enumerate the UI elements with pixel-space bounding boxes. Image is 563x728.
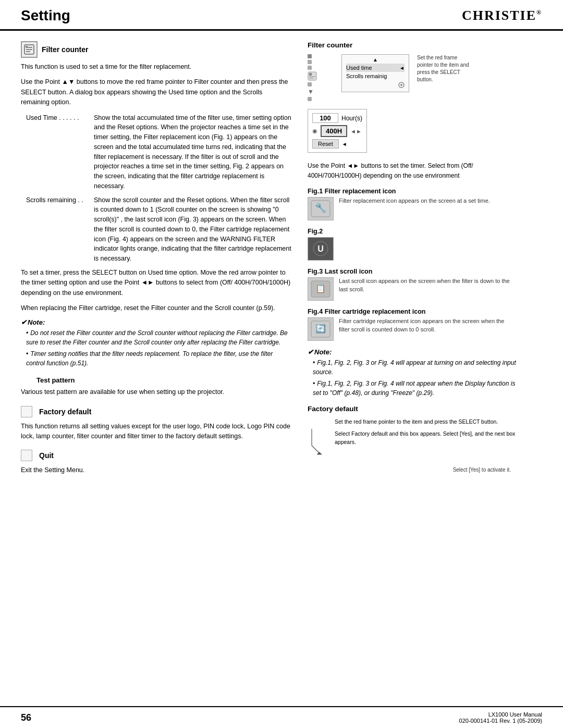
fig3-item: Fig.3 Last scroll icon 📋 Last scroll ico… [308, 268, 516, 301]
factory-pointer-caption: Set the red frame pointer to the item an… [335, 418, 516, 426]
factory-default-body: This function returns all setting values… [21, 422, 292, 442]
footer-page-number: 56 [21, 712, 31, 723]
proj-dot-1 [308, 54, 312, 58]
test-pattern-section: Test pattern Various test pattern are av… [21, 376, 292, 397]
quit-heading: Quit [21, 450, 292, 461]
filter-menu-box: ▲ Used time ◄ Scrolls remainig [341, 54, 409, 92]
note-item-1: Timer setting notifies that the filter n… [26, 349, 292, 368]
svg-point-10 [400, 84, 402, 86]
page-footer: 56 LX1000 User Manual 020-000141-01 Rev.… [0, 706, 563, 728]
fig1-caption: Filter replacement icon appears on the s… [339, 197, 490, 205]
timer-selected-row: ◉ 400H ◄► [312, 124, 362, 138]
filter-counter-right-title: Filter counter [308, 41, 516, 49]
factory-box-caption: Select Factory default and this box appe… [335, 430, 516, 446]
left-column: Filter counter This function is used to … [21, 41, 292, 481]
factory-captions: Set the red frame pointer to the item an… [335, 418, 516, 446]
factory-pointer-svg [308, 421, 328, 462]
timer-reset-btn: Reset [312, 139, 339, 149]
quit-title: Quit [39, 451, 54, 460]
filter-counter-heading: Filter counter [21, 41, 292, 58]
used-time-label: Used time [346, 65, 372, 71]
timer-hours-label: Hour(s) [341, 115, 362, 122]
fig4-item: Fig.4 Filter cartridge replacement icon … [308, 308, 516, 341]
def-used-time: Used Time . . . . . . Show the total acc… [26, 113, 292, 191]
factory-default-right: Factory default Set the red frame pointe… [308, 405, 516, 474]
svg-marker-21 [317, 452, 322, 455]
def-scrolls-remaining: Scrolls remaining . . Show the scroll co… [26, 195, 292, 264]
filter-note-title: Note: [21, 318, 292, 326]
factory-default-right-title: Factory default [308, 405, 516, 413]
replace-instruction: When replacing the Filter cartridge, res… [21, 303, 292, 313]
page-header: Setting CHRISTIE® [0, 0, 563, 31]
proj-dot-2 [308, 60, 312, 64]
filter-counter-intro: This function is used to set a time for … [21, 62, 292, 72]
fig3-content: 📋 Last scroll icon appears on the screen… [308, 277, 516, 301]
fig3-label: Fig.3 Last scroll icon [308, 268, 516, 275]
timer-select-arrows: ◄► [350, 128, 362, 134]
fig4-image: 🔄 [308, 317, 334, 341]
proj-icon-row-5 [308, 82, 334, 87]
svg-text:🔧: 🔧 [315, 202, 327, 214]
scrolls-remaining-row: Scrolls remainig [346, 72, 405, 80]
filter-note-content: Do not reset the Filter counter and the … [21, 328, 292, 368]
proj-icon-row-6: ▼ [308, 88, 334, 95]
footer-brand-info: LX1000 User Manual 020-000141-01 Rev. 1 … [459, 711, 542, 724]
timer-hours-val: 100 [312, 113, 338, 123]
timer-400h-val: 400H [321, 125, 347, 137]
quit-icon [21, 450, 32, 461]
footer-manual-title: LX1000 User Manual [459, 711, 542, 718]
quit-section: Quit Exit the Setting Menu. [21, 450, 292, 475]
filter-counter-icon [21, 41, 38, 58]
right-column: Filter counter [308, 41, 516, 481]
timer-box: 100 Hour(s) ◉ 400H ◄► Reset ◄ [308, 109, 367, 153]
fig4-content: 🔄 Filter cartridge replacement icon appe… [308, 317, 516, 341]
def-term-scrolls: Scrolls remaining . . [26, 195, 94, 264]
use-point-text: Use the Point ◄► buttons to set the time… [308, 161, 516, 180]
fig2-content: U [308, 237, 516, 261]
right-note-item-0: Fig.1, Fig. 2, Fig. 3 or Fig. 4 will app… [313, 358, 516, 377]
fig1-label: Fig.1 Filter replacement icon [308, 188, 516, 195]
footer-doc-number: 020-000141-01 Rev. 1 (05-2009) [459, 718, 542, 724]
fig1-item: Fig.1 Filter replacement icon 🔧 Filter r… [308, 188, 516, 220]
filter-counter-instruction: Use the Point ▲▼ buttons to move the red… [21, 77, 292, 107]
quit-body: Exit the Setting Menu. [21, 465, 292, 475]
circle-arrow-icon: ◉ [312, 128, 317, 134]
fig3-image: 📋 [308, 277, 334, 301]
filter-pointer-caption: Set the red frame pointer to the item an… [417, 54, 469, 83]
scrolls-remaining-label: Scrolls remainig [346, 73, 387, 79]
timer-hours-row: 100 Hour(s) [312, 112, 362, 124]
filter-icon-svg [308, 71, 317, 81]
fig4-label: Fig.4 Filter cartridge replacement icon [308, 308, 516, 315]
fig2-item: Fig.2 U [308, 228, 516, 261]
def-term-used-time: Used Time . . . . . . [26, 113, 94, 191]
select-icon [398, 81, 405, 89]
svg-text:U: U [317, 244, 324, 253]
proj-dot-5 [308, 82, 312, 87]
fig4-caption: Filter cartridge replacement icon appear… [339, 317, 516, 334]
def-desc-used-time: Show the total accumulated time of the f… [94, 113, 292, 191]
main-content: Filter counter This function is used to … [0, 31, 563, 491]
up-arrow-row: ▲ [346, 57, 405, 63]
right-note-box: Note: Fig.1, Fig. 2, Fig. 3 or Fig. 4 wi… [308, 348, 516, 398]
proj-dot-7 [308, 97, 312, 101]
used-time-row: Used time ◄ [346, 64, 405, 72]
factory-default-section-left: Factory default This function returns al… [21, 406, 292, 442]
timer-instruction: To set a timer, press the SELECT button … [21, 268, 292, 298]
factory-default-icon [21, 406, 32, 417]
right-note-title: Note: [308, 348, 516, 356]
fig2-image: U [308, 237, 334, 261]
fig1-content: 🔧 Filter replacement icon appears on the… [308, 197, 516, 220]
factory-default-heading-left: Factory default [21, 406, 292, 417]
timer-reset-arrow: ◄ [342, 141, 347, 147]
proj-icon-row-1 [308, 54, 334, 58]
factory-default-title-left: Factory default [39, 408, 91, 416]
proj-icon-row-7 [308, 97, 334, 101]
brand-logo: CHRISTIE® [462, 8, 542, 23]
filter-definitions: Used Time . . . . . . Show the total acc… [26, 113, 292, 264]
page-title: Setting [21, 7, 70, 24]
factory-pointer [308, 418, 328, 464]
filter-note-box: Note: Do not reset the Filter counter an… [21, 318, 292, 368]
select-yes-text: Select [Yes] to activate it. [308, 466, 516, 474]
def-desc-scrolls: Show the scroll counter and the Reset op… [94, 195, 292, 264]
svg-rect-6 [309, 73, 312, 76]
